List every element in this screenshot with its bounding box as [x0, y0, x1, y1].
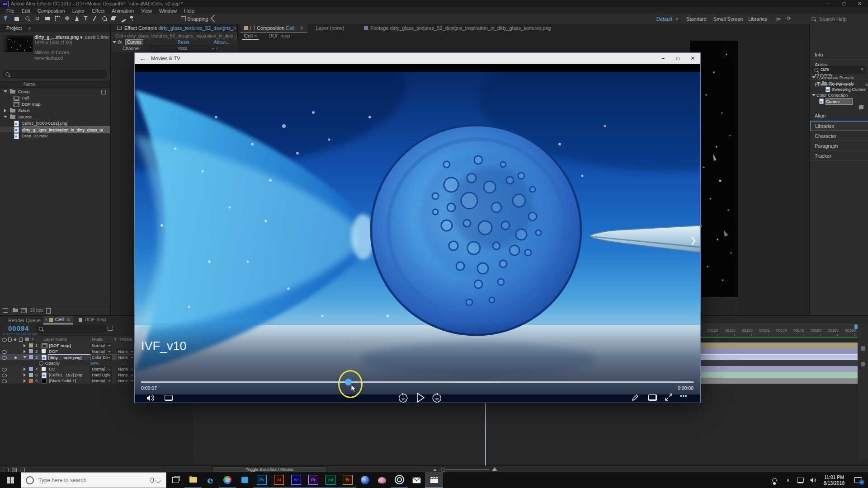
menu-view[interactable]: View: [137, 8, 156, 14]
layer-name-column[interactable]: Layer Name: [43, 337, 67, 342]
roto-brush-tool-icon[interactable]: [119, 15, 126, 22]
taskbar-app-photoshop[interactable]: Ps: [253, 472, 270, 488]
next-video-arrow[interactable]: ❯: [690, 235, 697, 245]
project-preview-thumb[interactable]: [4, 35, 33, 52]
effect-name[interactable]: Curves: [125, 39, 143, 45]
ruler-scroll-nub[interactable]: [854, 324, 858, 329]
zoom-tool-icon[interactable]: [25, 16, 29, 20]
workspace-small-screen[interactable]: Small Screen: [713, 16, 743, 22]
pan-behind-tool-icon[interactable]: [55, 16, 60, 21]
project-item-cells3-png[interactable]: Cells3_[0000-0192].png: [0, 120, 110, 126]
search-help-label[interactable]: Search Help: [819, 16, 860, 22]
panel-libraries[interactable]: Libraries: [810, 121, 868, 131]
subtitles-icon[interactable]: [165, 395, 173, 401]
comp-mini-flowchart-icon[interactable]: [108, 326, 113, 331]
workspace-standard[interactable]: Standard: [686, 16, 707, 22]
twirl-icon[interactable]: [24, 373, 26, 377]
trkmat-column[interactable]: TrkMat: [119, 337, 132, 342]
eye-icon[interactable]: [2, 374, 7, 377]
project-tab[interactable]: Project: [6, 25, 22, 31]
effect-curves-row[interactable]: fx Curves Reset About...: [111, 39, 237, 46]
taskbar-app-store[interactable]: [236, 472, 253, 488]
start-button[interactable]: [0, 472, 21, 488]
clear-search-icon[interactable]: ×: [861, 67, 863, 72]
new-comp-icon[interactable]: [21, 308, 27, 313]
label-chip[interactable]: [29, 343, 33, 347]
project-name-header[interactable]: Name: [0, 81, 110, 88]
type-tool-icon[interactable]: T: [84, 15, 87, 22]
t-column[interactable]: T: [114, 337, 117, 342]
label-chip[interactable]: [29, 367, 33, 371]
bit-depth-label[interactable]: 16 bpc: [30, 308, 43, 313]
taskbar-app-mail[interactable]: [408, 472, 425, 488]
taskbar-app-obs[interactable]: [391, 472, 408, 488]
video-surface[interactable]: ❯ IVF_v10 0:00:07 0:00:08: [135, 64, 700, 403]
timeline-dofmap-tab[interactable]: DOF map: [78, 316, 109, 324]
expand-icon-2[interactable]: [12, 468, 17, 472]
new-folder-icon[interactable]: [13, 309, 18, 312]
twirl-down-icon[interactable]: [812, 76, 816, 79]
subtab-dof-map[interactable]: DOF map: [267, 33, 292, 38]
workspace-default[interactable]: Default: [656, 16, 672, 22]
taskbar-app-illustrator[interactable]: Ai: [270, 472, 288, 488]
fx-dot-icon[interactable]: [14, 357, 17, 359]
panel-paragraph[interactable]: Paragraph: [810, 141, 868, 151]
layer-row-5[interactable]: 5 [Cells3...192].png Hard Ligh None: [0, 372, 134, 378]
mode-column[interactable]: Mode: [92, 337, 103, 342]
mtv-maximize-button[interactable]: ▢: [670, 53, 685, 64]
timeline-search-box[interactable]: [36, 325, 106, 333]
effect-controls-tab[interactable]: Effect Controls dirty_glass_textures_52_…: [124, 25, 236, 31]
close-tab-icon[interactable]: ×: [45, 317, 47, 322]
play-button[interactable]: [414, 392, 426, 404]
subtab-cell[interactable]: Cell ×: [242, 33, 259, 40]
project-item-drop-mov[interactable]: Drop_22.mov: [0, 133, 110, 139]
opacity-value[interactable]: 94%: [90, 360, 99, 366]
effect-about-link[interactable]: About...: [214, 40, 229, 45]
eye-icon[interactable]: [2, 350, 7, 354]
hand-tool-icon[interactable]: [14, 17, 19, 21]
effect-reset-link[interactable]: Reset: [178, 40, 189, 45]
current-frame[interactable]: 00084: [8, 324, 29, 332]
layer-bar-4[interactable]: [700, 366, 858, 372]
footer-icon-1[interactable]: [3, 308, 8, 313]
selection-tool-icon[interactable]: [4, 15, 9, 21]
new-preset-icon[interactable]: [859, 105, 863, 109]
twirl-down-icon[interactable]: [113, 41, 116, 43]
pen-tool-icon[interactable]: [75, 16, 79, 21]
expand-icon-1[interactable]: [4, 468, 9, 472]
taskbar-app-sphere[interactable]: [356, 472, 373, 488]
twirl-icon[interactable]: [24, 379, 26, 383]
seek-bar[interactable]: [141, 381, 693, 383]
timeline-zoom-track[interactable]: [446, 469, 489, 470]
rewind-10-icon[interactable]: 10: [398, 393, 409, 404]
viewer-menu-icon[interactable]: ≡: [300, 25, 303, 31]
panel-info[interactable]: Info: [810, 50, 868, 60]
taskbar-app-bridge[interactable]: Br: [339, 472, 356, 488]
panel-lock-icon[interactable]: [117, 26, 122, 30]
mtv-minimize-button[interactable]: –: [656, 53, 670, 64]
menu-help[interactable]: Help: [180, 8, 198, 14]
panel-character[interactable]: Character: [810, 131, 868, 141]
taskbar-app-edge[interactable]: e: [202, 472, 219, 488]
twirl-right-icon[interactable]: [4, 109, 6, 113]
ae-titlebar[interactable]: Ae Adobe After Effects CC 2017 - D:\++Mo…: [0, 0, 868, 7]
rotate-tool-icon[interactable]: ↺: [35, 15, 40, 22]
workspace-menu-icon[interactable]: ≡: [675, 16, 678, 22]
tree-curves-effect[interactable]: Curves: [810, 98, 868, 104]
flowchart-icon[interactable]: [101, 90, 106, 94]
sync-settings-icon[interactable]: ⟳: [787, 15, 791, 22]
project-item-solids[interactable]: Solids: [0, 108, 110, 113]
footage-tab[interactable]: Footage dirty_glass_textures_52_designs_…: [364, 24, 554, 32]
project-item-cell[interactable]: Cell: [0, 95, 110, 101]
twirl-down-icon[interactable]: [4, 116, 7, 118]
taskbar-app-file-explorer[interactable]: [184, 472, 202, 488]
layer-row-4[interactable]: 4 CC Normal None: [0, 366, 134, 372]
tree-color-correction[interactable]: Color Correction: [810, 92, 868, 98]
taskbar-app-paint[interactable]: [373, 472, 391, 488]
project-panel-menu-icon[interactable]: ≡: [28, 25, 31, 31]
eraser-tool-icon[interactable]: [110, 16, 116, 20]
twirl-down-icon[interactable]: [812, 94, 816, 96]
layer-bar-2[interactable]: [700, 348, 858, 355]
volume-icon[interactable]: [146, 394, 156, 402]
label-chip[interactable]: [29, 379, 33, 383]
